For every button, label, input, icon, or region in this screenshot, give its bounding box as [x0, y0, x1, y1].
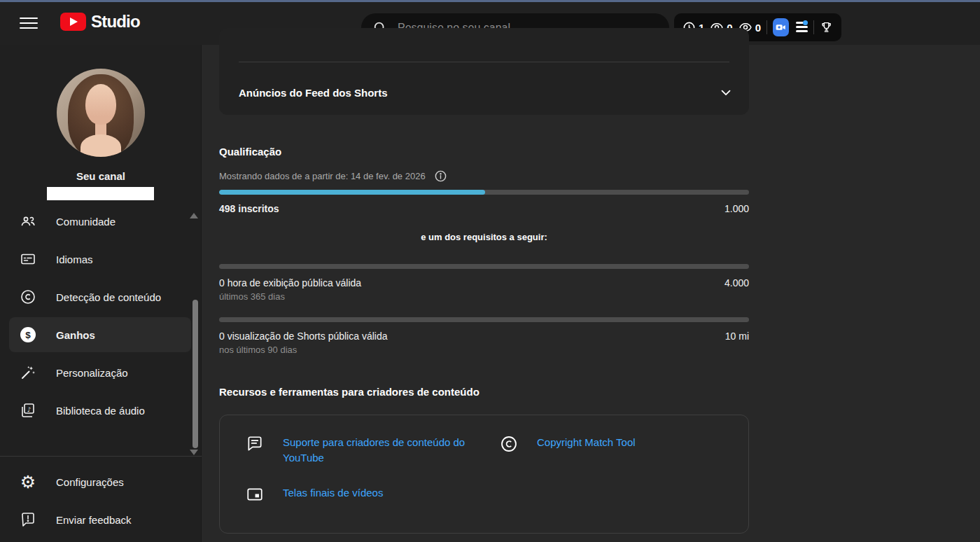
- sidebar-scroll-down-arrow[interactable]: [190, 450, 198, 455]
- channel-label: Seu canal: [0, 170, 202, 182]
- end-screen-icon: [246, 485, 264, 503]
- resources-card: Suporte para criadores de conteúdo do Yo…: [219, 415, 749, 534]
- sidebar-item-label: Comunidade: [56, 216, 115, 228]
- shorts-feed-ads-row[interactable]: Anúncios do Feed dos Shorts: [239, 78, 734, 106]
- qualification-title: Qualificação: [219, 146, 281, 158]
- hamburger-menu-icon[interactable]: [20, 14, 38, 32]
- watch-hours-progress-bar: [219, 264, 749, 269]
- sidebar-item-enviar-feedback[interactable]: Enviar feedback: [0, 501, 202, 538]
- stats-list-icon[interactable]: [794, 20, 808, 34]
- shorts-feed-ads-title: Anúncios do Feed dos Shorts: [239, 87, 388, 99]
- creator-support-link-item[interactable]: Suporte para criadores de conteúdo do Yo…: [246, 435, 466, 466]
- content-column: Anúncios do Feed dos Shorts Qualificação…: [219, 45, 749, 542]
- sidebar-footer-menu: ⚙ Configurações Enviar feedback: [0, 463, 202, 538]
- youtube-studio-logo[interactable]: Studio: [60, 12, 140, 32]
- sidebar-item-personalizacao[interactable]: Personalização: [0, 354, 202, 391]
- subtitles-icon: [20, 251, 36, 267]
- brand-name: Studio: [91, 12, 140, 32]
- watch-hours-current: 0 hora de exibição pública válida: [219, 277, 361, 289]
- shorts-feed-ads-card: Anúncios do Feed dos Shorts: [219, 28, 749, 115]
- shorts-views-row: 0 visualização de Shorts pública válida …: [219, 331, 749, 342]
- end-screens-link-item[interactable]: Telas finais de vídeos: [246, 485, 383, 503]
- dollar-icon: $: [20, 326, 36, 343]
- watch-hours-target: 4.000: [724, 277, 749, 289]
- sidebar-scroll-up-arrow[interactable]: [190, 213, 198, 218]
- sidebar-item-label: Configurações: [56, 476, 124, 488]
- audio-library-icon: ♪: [20, 402, 36, 419]
- subscribers-current: 498 inscritos: [219, 203, 279, 214]
- svg-text:$: $: [25, 330, 31, 340]
- toolbar-divider: [813, 20, 814, 34]
- wand-icon: [20, 364, 36, 381]
- subscribers-progress-fill: [219, 190, 485, 195]
- sidebar: Seu canal Comunidade Idiomas: [0, 45, 202, 542]
- sidebar-scrollbar-thumb[interactable]: [192, 300, 198, 448]
- subscribers-target: 1.000: [724, 203, 749, 214]
- sidebar-item-label: Biblioteca de áudio: [56, 405, 145, 417]
- views-count-b: 0: [755, 22, 761, 34]
- shorts-views-current: 0 visualização de Shorts pública válida: [219, 331, 387, 342]
- resources-title: Recursos e ferramentas para criadores de…: [219, 386, 479, 398]
- sidebar-item-ganhos[interactable]: $ Ganhos: [0, 316, 202, 354]
- sidebar-item-label: Detecção de conteúdo: [56, 291, 161, 303]
- qualification-data-note-row: Mostrando dados de a partir de: 14 de fe…: [219, 169, 447, 183]
- sidebar-item-comunidade[interactable]: Comunidade: [0, 202, 202, 240]
- sidebar-item-biblioteca-de-audio[interactable]: ♪ Biblioteca de áudio: [0, 391, 202, 429]
- chevron-down-icon[interactable]: [718, 85, 734, 100]
- qualification-data-note: Mostrando dados de a partir de: 14 de fe…: [219, 171, 426, 181]
- copyright-icon: [20, 289, 36, 305]
- shorts-views-period: nos últimos 90 dias: [219, 345, 297, 355]
- creator-support-link[interactable]: Suporte para criadores de conteúdo do Yo…: [283, 435, 466, 466]
- sidebar-item-label: Personalização: [56, 367, 128, 379]
- sidebar-item-configuracoes[interactable]: ⚙ Configurações: [0, 463, 202, 501]
- youtube-play-icon: [60, 13, 86, 31]
- end-screens-link[interactable]: Telas finais de vídeos: [283, 485, 383, 501]
- requirements-intro: e um dos requisitos a seguir:: [219, 232, 749, 242]
- sidebar-item-label: Ganhos: [56, 329, 95, 341]
- sidebar-menu: Comunidade Idiomas Detecção de conteúdo: [0, 202, 202, 429]
- svg-text:♪: ♪: [27, 406, 31, 413]
- sidebar-divider: [0, 456, 202, 457]
- sidebar-item-idiomas[interactable]: Idiomas: [0, 240, 202, 278]
- feedback-icon: [20, 511, 36, 528]
- notification-dot: [803, 20, 808, 25]
- watch-hours-row: 0 hora de exibição pública válida 4.000: [219, 277, 749, 289]
- watch-hours-period: últimos 365 dias: [219, 291, 285, 302]
- copyright-icon: [500, 435, 518, 453]
- shorts-views-progress-bar: [219, 317, 749, 322]
- avatar-face: [85, 84, 116, 125]
- sidebar-item-label: Idiomas: [56, 253, 93, 265]
- card-divider: [239, 62, 729, 62]
- sidebar-item-deteccao-de-conteudo[interactable]: Detecção de conteúdo: [0, 278, 202, 316]
- avatar-chest: [80, 134, 121, 157]
- channel-name-redacted: [47, 187, 154, 200]
- gear-icon: ⚙: [20, 473, 36, 490]
- shorts-views-target: 10 mi: [725, 331, 749, 342]
- people-icon: [20, 213, 36, 230]
- copyright-match-tool-link-item[interactable]: Copyright Match Tool: [500, 435, 636, 453]
- toolbar-divider: [766, 20, 767, 34]
- info-icon[interactable]: [434, 169, 447, 183]
- subscribers-row: 498 inscritos 1.000: [219, 203, 749, 214]
- main-content: Anúncios do Feed dos Shorts Qualificação…: [202, 45, 980, 542]
- copyright-match-tool-link[interactable]: Copyright Match Tool: [537, 435, 636, 450]
- vidiq-extension-icon[interactable]: [773, 18, 789, 36]
- subscribers-progress-bar: [219, 190, 749, 195]
- chat-icon: [246, 435, 264, 453]
- trophy-icon[interactable]: [820, 20, 833, 35]
- channel-avatar[interactable]: [57, 69, 145, 157]
- sidebar-item-label: Enviar feedback: [56, 514, 132, 526]
